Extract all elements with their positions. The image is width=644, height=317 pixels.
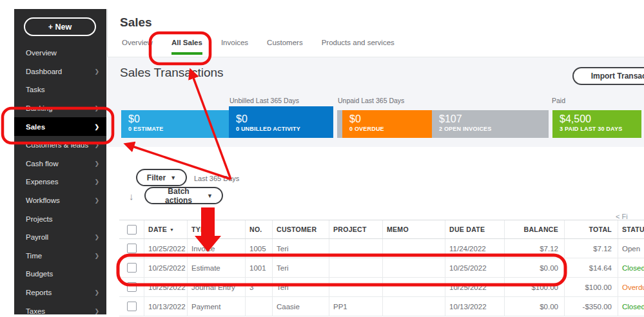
batch-actions-button[interactable]: Batch actions ▼ bbox=[144, 187, 223, 204]
open-invoices-caption: 2 OPEN INVOICES bbox=[439, 126, 549, 132]
sidebar-item-banking[interactable]: Banking ❯ bbox=[14, 99, 106, 118]
sidebar-item-taxes[interactable]: Taxes ❯ bbox=[14, 302, 106, 317]
sidebar-item-label: Sales bbox=[26, 123, 45, 131]
sidebar-menu: Overview Dashboard ❯ Tasks Banking ❯ Sal… bbox=[14, 44, 106, 317]
sidebar-item-expenses[interactable]: Expenses ❯ bbox=[14, 173, 106, 191]
row-checkbox[interactable] bbox=[127, 263, 137, 273]
tab-invoices[interactable]: Invoices bbox=[221, 39, 248, 55]
tab-customers[interactable]: Customers bbox=[267, 39, 303, 55]
table-row[interactable]: 10/25/2022 Invoice 1005 Teri 11/24/2022 … bbox=[119, 239, 644, 258]
money-bar-unbilled-card[interactable]: $0 0 UNBILLED ACTIVITY bbox=[229, 106, 333, 138]
table-row[interactable]: 10/25/2022 Estimate 1001 Teri 10/25/2022… bbox=[119, 258, 644, 278]
sidebar-item-time[interactable]: Time ❯ bbox=[14, 247, 106, 265]
money-bar-label-unpaid: Unpaid Last 365 Days bbox=[338, 97, 404, 104]
tab-all-sales[interactable]: All Sales bbox=[171, 39, 202, 55]
sidebar-item-label: Expenses bbox=[26, 178, 59, 186]
cell-date: 10/25/2022 bbox=[144, 258, 187, 277]
money-bar-overdue-card[interactable]: $0 0 OVERDUE bbox=[342, 110, 432, 138]
money-bar-open-invoices-card[interactable]: $107 2 OPEN INVOICES bbox=[432, 110, 549, 138]
sidebar-item-label: Workflows bbox=[26, 197, 60, 204]
table-header-row: DATE▼ TYPE NO. CUSTOMER PROJECT MEMO DUE… bbox=[119, 220, 644, 239]
sidebar-item-label: Payroll bbox=[26, 233, 48, 241]
row-checkbox[interactable] bbox=[127, 282, 137, 292]
chevron-right-icon: ❯ bbox=[94, 289, 99, 296]
row-checkbox[interactable] bbox=[127, 244, 137, 253]
cell-status: Open bbox=[618, 239, 644, 258]
sidebar-item-budgets[interactable]: Budgets bbox=[14, 265, 106, 283]
estimate-caption: 0 ESTIMATE bbox=[128, 126, 229, 132]
column-header-balance: BALANCE bbox=[504, 220, 564, 238]
caret-down-icon: ▼ bbox=[170, 175, 176, 181]
money-bar-label-paid: Paid bbox=[552, 97, 565, 104]
tab-overview[interactable]: Overview bbox=[122, 39, 153, 55]
sales-tabs: Overview All Sales Invoices Customers Pr… bbox=[122, 39, 395, 55]
sidebar-item-label: Budgets bbox=[26, 270, 53, 278]
table-row[interactable]: 10/13/2022 Payment Caasie PP1 10/13/2022… bbox=[119, 297, 644, 316]
download-arrow-icon[interactable]: ↓ bbox=[129, 191, 134, 202]
chevron-right-icon: ❯ bbox=[94, 197, 99, 204]
cell-status: Overdue bbox=[618, 278, 644, 296]
money-bar-estimate-card[interactable]: $0 0 ESTIMATE bbox=[121, 110, 229, 138]
money-bar-paid-card[interactable]: $4,500 3 PAID LAST 30 DAYS bbox=[552, 110, 641, 138]
chevron-right-icon: ❯ bbox=[94, 124, 99, 130]
filter-button[interactable]: Filter ▼ bbox=[136, 169, 187, 186]
sidebar-item-projects[interactable]: Projects bbox=[14, 209, 106, 228]
cell-due-date: 10/25/2022 bbox=[445, 258, 504, 277]
sidebar-item-workflows[interactable]: Workflows ❯ bbox=[14, 191, 106, 210]
sidebar-item-label: Dashboard bbox=[26, 68, 62, 75]
column-header-total: TOTAL bbox=[564, 220, 618, 238]
cell-type: Estimate bbox=[187, 258, 245, 277]
cell-memo bbox=[382, 278, 445, 296]
cell-project: PP1 bbox=[329, 297, 382, 316]
cell-no: 1005 bbox=[245, 239, 272, 258]
import-transactions-button[interactable]: Import Transactions bbox=[572, 67, 644, 85]
sidebar-item-customers-leads[interactable]: Customers & leads ❯ bbox=[14, 136, 106, 155]
money-bar-label-unbilled: Unbilled Last 365 Days bbox=[229, 97, 299, 104]
cell-balance: $0.00 bbox=[504, 258, 564, 277]
chevron-right-icon: ❯ bbox=[94, 253, 99, 259]
page-title: Sales bbox=[120, 15, 152, 30]
chevron-right-icon: ❯ bbox=[94, 105, 99, 111]
filter-button-label: Filter bbox=[147, 173, 166, 182]
sidebar-item-reports[interactable]: Reports ❯ bbox=[14, 283, 106, 302]
cell-total: -$350.00 bbox=[564, 297, 618, 316]
chevron-right-icon: ❯ bbox=[94, 234, 99, 240]
sidebar-item-dashboard[interactable]: Dashboard ❯ bbox=[14, 62, 106, 81]
sidebar-item-payroll[interactable]: Payroll ❯ bbox=[14, 228, 106, 247]
chevron-right-icon: ❯ bbox=[94, 142, 99, 148]
sidebar-item-sales[interactable]: Sales ❯ bbox=[14, 117, 106, 136]
column-header-customer: CUSTOMER bbox=[272, 220, 329, 238]
cell-customer: Teri bbox=[272, 258, 329, 277]
new-button[interactable]: + New bbox=[24, 17, 96, 36]
column-header-due-date: DUE DATE bbox=[445, 220, 504, 238]
column-header-type: TYPE bbox=[187, 220, 245, 238]
cell-status: Closed bbox=[618, 297, 644, 316]
chevron-right-icon: ❯ bbox=[94, 160, 99, 167]
column-header-no-: NO. bbox=[245, 220, 272, 238]
select-all-checkbox[interactable] bbox=[127, 225, 137, 235]
cell-total: $14.64 bbox=[564, 258, 618, 277]
sidebar-item-label: Taxes bbox=[26, 307, 45, 315]
sidebar-item-label: Customers & leads bbox=[26, 141, 88, 149]
sidebar-item-overview[interactable]: Overview bbox=[14, 44, 106, 62]
cell-balance: $0.00 bbox=[504, 297, 564, 316]
tab-products-and-services[interactable]: Products and services bbox=[322, 39, 395, 55]
row-checkbox[interactable] bbox=[127, 302, 137, 311]
cell-total: $7.12 bbox=[564, 239, 618, 258]
table-row[interactable]: 10/25/2022 Journal Entry 3 Teri 10/25/20… bbox=[119, 278, 644, 297]
sidebar-item-label: Banking bbox=[26, 104, 53, 112]
sidebar-nav: + New Overview Dashboard ❯ Tasks Banking… bbox=[14, 9, 106, 314]
cell-type: Payment bbox=[187, 297, 245, 316]
column-header-status: STATUS bbox=[618, 220, 644, 238]
filter-range-label: Last 365 Days bbox=[194, 175, 239, 182]
cell-memo bbox=[382, 297, 445, 316]
cell-no: 1001 bbox=[245, 258, 272, 277]
sidebar-item-label: Cash flow bbox=[26, 160, 59, 168]
sidebar-item-cash-flow[interactable]: Cash flow ❯ bbox=[14, 155, 106, 173]
sidebar-item-tasks[interactable]: Tasks bbox=[14, 81, 106, 99]
cell-project bbox=[329, 239, 382, 258]
batch-actions-label: Batch actions bbox=[155, 187, 202, 205]
cell-project bbox=[329, 258, 382, 277]
column-header-date[interactable]: DATE▼ bbox=[144, 220, 187, 238]
cell-status: Closed bbox=[618, 258, 644, 277]
